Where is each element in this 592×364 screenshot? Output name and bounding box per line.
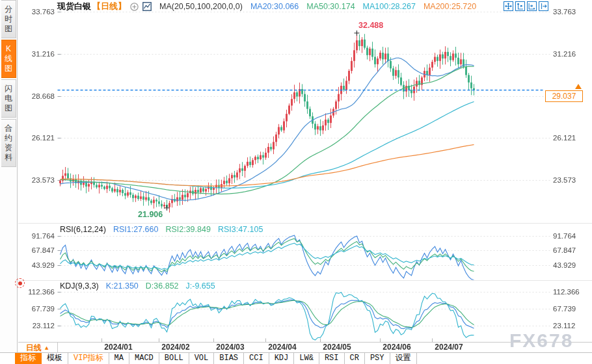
sidebar-item[interactable]: 闪电图: [1, 79, 16, 118]
price-axis-label-left: 33.763: [20, 7, 55, 16]
indicator-tab-boll[interactable]: BOLL: [159, 353, 189, 364]
last-price-value: 29.037: [552, 92, 576, 101]
x-axis-month-label: 2024/03: [216, 343, 244, 352]
rsi-axis-label-left: 67.847: [20, 246, 55, 255]
rsi-header: RSI(6,12,24) RSI1:27.660 RSI2:39.849 RSI…: [60, 225, 263, 235]
kdj-axis-label-left: 67.739: [20, 304, 55, 313]
indicator-tab-模板[interactable]: 模板: [42, 353, 68, 364]
chart-toolbar: [504, 1, 548, 11]
price-chart-canvas[interactable]: [0, 0, 592, 364]
price-axis-label-right: 26.121: [553, 133, 576, 142]
kdj-axis-label-right: 112.366: [553, 287, 580, 296]
indicator-chart-icon[interactable]: [142, 2, 152, 11]
sidebar-item-char: 线: [1, 54, 16, 64]
sidebar-item-char: 合: [1, 124, 16, 133]
sidebar-item-char: 图: [1, 103, 16, 113]
rsi-axis-label-right: 43.929: [553, 261, 576, 270]
rsi-settings-label: RSI(6,12,24): [60, 225, 106, 235]
kdj-axis-label-left: 112.366: [20, 287, 55, 296]
period-title: 【日线】: [92, 1, 126, 12]
period-selector-label: 日线: [26, 343, 42, 352]
sidebar-item-char: K: [1, 44, 16, 54]
add-overlay-icon[interactable]: [130, 3, 139, 11]
sidebar-item-char: 闪: [1, 84, 16, 94]
ma-settings-label: MA(20,50,100,200,0,0): [159, 2, 243, 11]
kdj-settings-label: KDJ(9,3,3): [60, 281, 99, 291]
chart-type-sidebar: 分时图K线图闪电图合约资料: [0, 0, 18, 364]
sidebar-item-char: 分: [1, 5, 16, 14]
price-axis-label-right: 31.216: [553, 49, 576, 58]
chart-header: 现货白银 【日线】 MA(20,50,100,200,0,0) MA20:30.…: [57, 1, 476, 12]
price-axis-label-right: 33.763: [553, 7, 576, 16]
brand-watermark: FX678: [509, 330, 573, 352]
kdj-axis-label-right: 23.112: [553, 321, 575, 330]
rsi1-value: RSI1:27.660: [113, 225, 159, 235]
jump-latest-icon[interactable]: [539, 1, 548, 11]
indicator-tab-bias[interactable]: BIAS: [214, 353, 244, 364]
price-axis-label-left: 23.573: [20, 176, 55, 185]
price-axis-label-right: 23.573: [553, 176, 576, 185]
sidebar-item-char: 电: [1, 94, 16, 103]
last-price-tag: 29.037: [545, 90, 583, 102]
ma20-value: MA20:30.066: [250, 2, 299, 11]
indicator-tab-vip指标[interactable]: VIP指标: [68, 353, 109, 364]
rsi-axis-label-left: 91.764: [20, 231, 55, 240]
indicator-tab-rsi[interactable]: RSI: [319, 353, 345, 364]
pane-separator: [18, 223, 592, 224]
axis-pan-icon[interactable]: [527, 1, 537, 11]
x-axis-month-label: 2024/07: [435, 343, 463, 352]
sidebar-item-kline-active[interactable]: K线图: [1, 40, 16, 78]
rsi-axis-label-right: 67.847: [553, 246, 576, 255]
x-axis-month-label: 2024/04: [268, 343, 296, 352]
kdj-axis-label-left: 23.112: [20, 321, 55, 330]
sidebar-item-char: 约: [1, 133, 16, 143]
axis-zoom-icon[interactable]: [515, 1, 525, 11]
indicator-tab-设置[interactable]: 设置: [390, 353, 417, 364]
sidebar-item-char: 图: [1, 64, 16, 73]
indicator-tab-vol[interactable]: VOL: [189, 353, 215, 364]
period-selector[interactable]: 日线 ▲: [18, 343, 58, 353]
x-axis-month-label: 2024/02: [161, 343, 189, 352]
indicator-tab-lw&[interactable]: LW&: [294, 353, 319, 364]
indicator-tab-ma[interactable]: MA: [109, 353, 129, 364]
indicator-tab-macd[interactable]: MACD: [129, 353, 159, 364]
indicator-tab-bar: 指标模板VIP指标MAMACDBOLLVOLBIASCCIKDJLW&RSICR…: [0, 352, 592, 364]
x-axis-month-label: 2024/01: [104, 343, 132, 352]
pane-separator: [18, 280, 592, 281]
indicator-tab-kdj[interactable]: KDJ: [269, 353, 295, 364]
rsi3-value: RSI3:47.105: [218, 225, 263, 235]
high-annotation: 32.488: [358, 21, 383, 30]
indicator-tab-cci[interactable]: CCI: [244, 353, 269, 364]
sidebar-item-char: 资: [1, 143, 16, 153]
sidebar-item[interactable]: 分时图: [1, 0, 16, 38]
low-annotation: 21.906: [138, 210, 163, 219]
ma200-value: MA200:25.720: [424, 2, 476, 11]
crosshair-icon[interactable]: [504, 1, 513, 11]
price-axis-label-left: 31.216: [20, 49, 55, 58]
kdj-axis-label-right: 67.739: [553, 304, 576, 313]
rsi2-value: RSI2:39.849: [165, 225, 211, 235]
sidebar-item-char: 图: [1, 24, 16, 34]
indicator-tab-cr[interactable]: CR: [345, 353, 365, 364]
ma50-value: MA50:30.174: [306, 2, 355, 11]
symbol-title: 现货白银: [57, 1, 91, 12]
x-axis-month-label: 2024/05: [323, 343, 351, 352]
rsi-axis-label-right: 91.764: [553, 231, 576, 240]
last-price-arrow-icon: [575, 84, 582, 89]
indicator-tab-psy[interactable]: PSY: [365, 353, 390, 364]
sidebar-item-char: 料: [1, 153, 16, 162]
indicator-tab-指标[interactable]: 指标: [15, 353, 42, 364]
kdj-d-value: D:36.852: [146, 281, 179, 291]
live-indicator-icon: [15, 278, 25, 288]
sidebar-item-char: 时: [1, 14, 16, 24]
kdj-k-value: K:21.350: [106, 281, 139, 291]
kdj-header: KDJ(9,3,3) K:21.350 D:36.852 J:-9.655: [60, 281, 215, 291]
rsi-axis-label-left: 43.929: [20, 261, 55, 270]
price-axis-label-left: 26.121: [20, 133, 55, 142]
ma100-value: MA100:28.267: [363, 2, 416, 11]
x-axis-month-label: 2024/06: [383, 343, 410, 352]
kdj-j-value: J:-9.655: [186, 281, 215, 291]
sidebar-item[interactable]: 合约资料: [1, 119, 16, 167]
price-axis-label-left: 28.668: [20, 92, 55, 101]
chevron-up-icon: ▲: [44, 344, 49, 351]
